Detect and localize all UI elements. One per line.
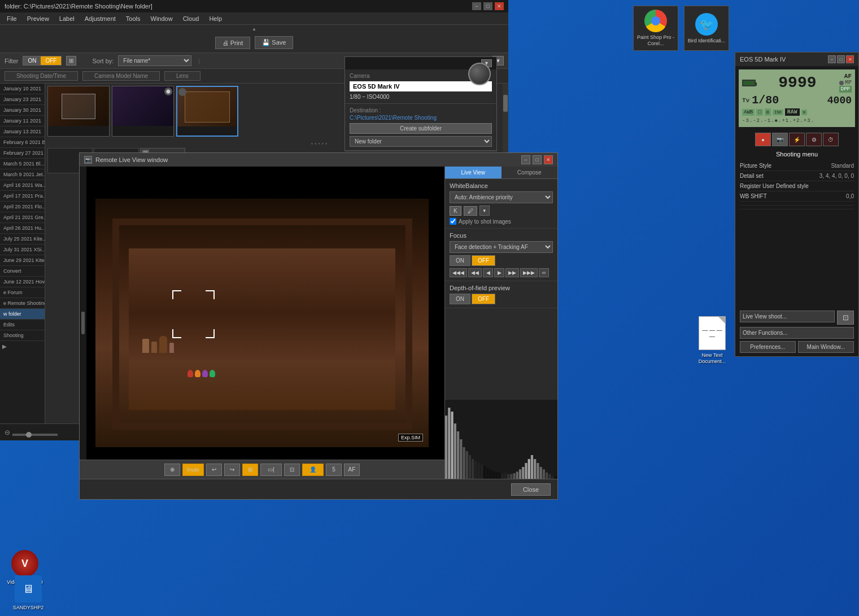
eos-live-view-icon-button[interactable]: ⊡ bbox=[837, 311, 854, 325]
zoom-button[interactable]: ⊡ bbox=[284, 464, 300, 476]
sidebar-item-18[interactable]: June 12 2021 Hov... bbox=[0, 277, 45, 287]
sort-dropdown[interactable]: File name* bbox=[118, 55, 191, 66]
shooting-date-filter[interactable]: Shooting Date/Time bbox=[5, 71, 78, 81]
wb-eyedrop-button[interactable]: 🖊 bbox=[464, 206, 477, 216]
close-live-view-button[interactable]: Close bbox=[511, 483, 551, 496]
sidebar-item-8[interactable]: March 9 2021 Jet... bbox=[0, 169, 45, 180]
dof-on-button[interactable]: ON bbox=[450, 294, 470, 304]
sidebar-item-16[interactable]: June 29 2021 Kite... bbox=[0, 255, 45, 266]
focus-nav-far-left[interactable]: ◀◀◀ bbox=[450, 268, 467, 277]
sidebar-expand[interactable]: ▶ bbox=[0, 341, 45, 352]
maximize-button[interactable]: □ bbox=[483, 2, 492, 10]
eos-minimize[interactable]: − bbox=[828, 55, 836, 63]
af-button[interactable]: AF bbox=[344, 464, 360, 476]
focus-nav-infinity[interactable]: ∞ bbox=[539, 268, 549, 277]
live-view-minimize[interactable]: − bbox=[521, 155, 530, 164]
sidebar-item-3[interactable]: January 11 2021 bbox=[0, 116, 45, 126]
sidebar-item-7[interactable]: March 5 2021 Bl... bbox=[0, 159, 45, 169]
create-subfolder-button[interactable]: Create subfolder bbox=[350, 123, 492, 134]
focus-nav-left[interactable]: ◀ bbox=[483, 268, 493, 277]
focus-nav-left2[interactable]: ◀◀ bbox=[468, 268, 482, 277]
menu-file[interactable]: File bbox=[2, 14, 21, 23]
sidebar-item-0[interactable]: January 10 2021 bbox=[0, 84, 45, 94]
menu-tools[interactable]: Tools bbox=[121, 14, 145, 23]
folder-select[interactable]: New folder bbox=[350, 136, 492, 147]
scroll-up[interactable]: ▲ bbox=[0, 25, 508, 33]
eos-func-camera[interactable]: 📷 bbox=[772, 133, 788, 146]
sidebar-item-12[interactable]: April 21 2021 Gre... bbox=[0, 212, 45, 223]
filter-off-button[interactable]: OFF bbox=[41, 56, 61, 65]
slider-track[interactable] bbox=[12, 434, 58, 436]
sidebar-item-9[interactable]: April 16 2021 Wa... bbox=[0, 180, 45, 191]
sidebar-item-4[interactable]: January 13 2021 bbox=[0, 126, 45, 137]
paint-shop-icon[interactable]: Paint Shop Pro - Corel... bbox=[633, 6, 678, 51]
camera-model-filter[interactable]: Camera Model Name bbox=[82, 71, 160, 81]
live-view-maximize[interactable]: □ bbox=[533, 155, 542, 164]
sidebar-item-13[interactable]: April 26 2021 Hu... bbox=[0, 223, 45, 234]
menu-cloud[interactable]: Cloud bbox=[178, 14, 204, 23]
grid-button[interactable]: ⊞ bbox=[242, 464, 258, 476]
sidebar-item-convert[interactable]: Convert bbox=[0, 266, 45, 277]
live-view-close[interactable]: ✕ bbox=[544, 155, 553, 164]
save-button[interactable]: 💾 Save bbox=[255, 36, 293, 49]
minimize-button[interactable]: − bbox=[472, 2, 481, 10]
sidebar-item-6[interactable]: February 27 2021 bbox=[0, 148, 45, 159]
apply-to-shots-checkbox[interactable] bbox=[450, 218, 456, 225]
af5-button[interactable]: 5 bbox=[326, 464, 342, 476]
sidebar-item-5[interactable]: February 6 2021 Bl... bbox=[0, 137, 45, 148]
eos-close-button[interactable]: ✕ bbox=[846, 55, 854, 63]
auto-button[interactable]: fAuto bbox=[182, 464, 204, 476]
crosshair-button[interactable]: ⊕ bbox=[164, 464, 180, 476]
sidebar-item-11[interactable]: April 20 2021 Flo... bbox=[0, 202, 45, 212]
undo-button[interactable]: ↩ bbox=[206, 464, 222, 476]
focus-nav-right2[interactable]: ▶▶ bbox=[505, 268, 519, 277]
eos-func-settings[interactable]: ⚙ bbox=[806, 133, 822, 146]
filter-icon-button[interactable]: ⊞ bbox=[66, 56, 76, 65]
eos-preferences-button[interactable]: Preferences... bbox=[740, 341, 796, 353]
wb-k-button[interactable]: K bbox=[450, 206, 461, 216]
sidebar-item-21[interactable]: w folder bbox=[0, 309, 45, 320]
eos-other-functions-button[interactable]: Other Functions... bbox=[740, 327, 854, 339]
focus-on-button[interactable]: ON bbox=[450, 255, 470, 266]
tab-compose[interactable]: Compose bbox=[502, 167, 558, 178]
menu-help[interactable]: Help bbox=[204, 14, 226, 23]
wb-dropdown[interactable]: Auto: Ambience priority bbox=[450, 191, 553, 203]
menu-adjustment[interactable]: Adjustment bbox=[80, 14, 120, 23]
dof-off-button[interactable]: OFF bbox=[472, 294, 495, 304]
eos-main-window-button[interactable]: Main Window... bbox=[798, 341, 854, 353]
new-text-document-icon[interactable]: — — — — New Text Document... bbox=[692, 316, 732, 365]
sandyshp-icon[interactable]: 🖥 SANDYSHP2 bbox=[11, 575, 45, 610]
close-window-button[interactable]: ✕ bbox=[495, 2, 504, 10]
focus-nav-right[interactable]: ▶ bbox=[494, 268, 504, 277]
tab-live-view[interactable]: Live View bbox=[445, 167, 502, 178]
menu-preview[interactable]: Preview bbox=[23, 14, 54, 23]
redo-button[interactable]: ↪ bbox=[224, 464, 240, 476]
wb-arrow-button[interactable]: ▼ bbox=[479, 206, 490, 216]
sidebar-item-15[interactable]: July 31 2021 XSi... bbox=[0, 244, 45, 255]
thumbnail-3-selected[interactable] bbox=[176, 86, 238, 137]
eos-camera-icon[interactable]: ● bbox=[755, 133, 771, 146]
lens-filter[interactable]: Lens bbox=[164, 71, 200, 81]
zoom-out-icon[interactable]: ⊖ bbox=[5, 429, 10, 436]
split-button[interactable]: ▭| bbox=[260, 464, 282, 476]
face-button[interactable]: 👤 bbox=[302, 464, 324, 476]
sidebar-item-shooting[interactable]: Shooting bbox=[0, 330, 45, 341]
sidebar-item-10[interactable]: April 17 2021 Pra... bbox=[0, 191, 45, 202]
sidebar-item-2[interactable]: January 30 2021 bbox=[0, 105, 45, 116]
sidebar-item-20[interactable]: e Remote Shooting bbox=[0, 298, 45, 309]
scroll-thumb[interactable] bbox=[503, 95, 508, 112]
eos-maximize[interactable]: □ bbox=[837, 55, 845, 63]
sidebar-item-1[interactable]: January 23 2021 bbox=[0, 94, 45, 105]
print-button[interactable]: 🖨 Print bbox=[215, 37, 251, 49]
thumbnail-1[interactable] bbox=[47, 86, 110, 137]
sidebar-item-19[interactable]: e Forum bbox=[0, 287, 45, 298]
sidebar-item-14[interactable]: July 25 2021 Kite... bbox=[0, 234, 45, 244]
eos-register-row[interactable]: Register User Defined style bbox=[740, 181, 854, 191]
menu-window[interactable]: Window bbox=[146, 14, 177, 23]
thumbnail-2[interactable]: ⬤ bbox=[112, 86, 174, 137]
slider-thumb[interactable] bbox=[26, 432, 32, 438]
filter-on-button[interactable]: ON bbox=[23, 56, 41, 65]
eos-live-view-shoot-button[interactable]: Live View shoot... bbox=[740, 311, 835, 322]
focus-nav-far-right[interactable]: ▶▶▶ bbox=[520, 268, 538, 277]
focus-dropdown[interactable]: Face detection + Tracking AF bbox=[450, 241, 553, 253]
